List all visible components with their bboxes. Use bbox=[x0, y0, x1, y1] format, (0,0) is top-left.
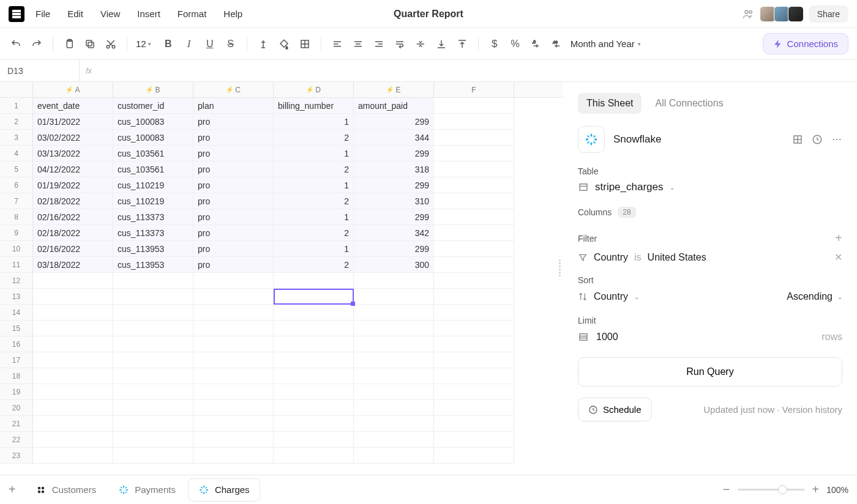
cell[interactable] bbox=[33, 448, 113, 464]
grid-view-icon[interactable] bbox=[792, 134, 803, 145]
cell[interactable] bbox=[434, 352, 514, 368]
menu-edit[interactable]: Edit bbox=[67, 9, 83, 19]
cell[interactable] bbox=[113, 273, 193, 289]
cell[interactable]: pro bbox=[193, 257, 274, 273]
cell[interactable] bbox=[274, 305, 354, 321]
italic-icon[interactable]: I bbox=[182, 37, 196, 51]
cell[interactable] bbox=[33, 336, 113, 352]
cell[interactable] bbox=[434, 193, 514, 209]
row-header[interactable]: 17 bbox=[0, 352, 33, 368]
cell[interactable] bbox=[434, 161, 514, 177]
cell[interactable]: 03/18/2022 bbox=[33, 257, 113, 273]
sheet-tab-charges[interactable]: Charges bbox=[188, 478, 260, 502]
cell[interactable]: 299 bbox=[354, 209, 434, 225]
cell[interactable] bbox=[434, 130, 514, 146]
cell[interactable]: cus_100083 bbox=[113, 130, 193, 146]
column-header-A[interactable]: ⚡A bbox=[33, 82, 113, 97]
cell[interactable] bbox=[33, 368, 113, 384]
cell[interactable]: pro bbox=[193, 114, 274, 130]
cell[interactable]: 2 bbox=[274, 225, 354, 241]
cell[interactable]: pro bbox=[193, 209, 274, 225]
fill-color-icon[interactable] bbox=[277, 37, 291, 51]
cell[interactable] bbox=[113, 416, 193, 432]
cell[interactable] bbox=[274, 448, 354, 464]
valign-middle-icon[interactable] bbox=[413, 37, 428, 51]
limit-value[interactable]: 1000 bbox=[596, 332, 618, 343]
cell[interactable]: 02/18/2022 bbox=[33, 193, 113, 209]
cell[interactable] bbox=[274, 400, 354, 416]
cell[interactable] bbox=[113, 384, 193, 400]
cell[interactable] bbox=[274, 368, 354, 384]
cell[interactable] bbox=[193, 305, 274, 321]
cell[interactable] bbox=[434, 209, 514, 225]
cell[interactable]: customer_id bbox=[113, 98, 193, 114]
cell[interactable] bbox=[354, 273, 434, 289]
cell[interactable] bbox=[434, 146, 514, 161]
cell[interactable]: 1 bbox=[274, 209, 354, 225]
date-format-selector[interactable]: Month and Year▾ bbox=[571, 39, 641, 49]
cell[interactable] bbox=[193, 352, 274, 368]
cut-icon[interactable] bbox=[103, 37, 118, 51]
column-header-D[interactable]: ⚡D bbox=[274, 82, 354, 97]
cell[interactable] bbox=[193, 448, 274, 464]
font-size-selector[interactable]: 12▾ bbox=[136, 39, 151, 49]
row-header[interactable]: 10 bbox=[0, 241, 33, 257]
copy-icon[interactable] bbox=[83, 37, 97, 51]
cell[interactable] bbox=[354, 321, 434, 336]
cell[interactable]: 310 bbox=[354, 193, 434, 209]
row-header[interactable]: 2 bbox=[0, 114, 33, 130]
cell[interactable]: 299 bbox=[354, 146, 434, 161]
filter-row[interactable]: Country is United States ✕ bbox=[578, 251, 842, 263]
cell[interactable] bbox=[434, 225, 514, 241]
cell[interactable] bbox=[434, 432, 514, 448]
menu-view[interactable]: View bbox=[100, 9, 120, 19]
add-filter-icon[interactable]: + bbox=[835, 231, 842, 245]
cell[interactable]: 02/16/2022 bbox=[33, 209, 113, 225]
cell[interactable] bbox=[354, 352, 434, 368]
cell[interactable] bbox=[113, 305, 193, 321]
cell[interactable] bbox=[193, 384, 274, 400]
cell[interactable]: cus_110219 bbox=[113, 193, 193, 209]
row-header[interactable]: 14 bbox=[0, 305, 33, 321]
row-header[interactable]: 9 bbox=[0, 225, 33, 241]
cell[interactable] bbox=[354, 384, 434, 400]
strikethrough-icon[interactable]: S bbox=[223, 37, 238, 51]
cell[interactable]: 04/12/2022 bbox=[33, 161, 113, 177]
row-header[interactable]: 8 bbox=[0, 209, 33, 225]
cell[interactable]: cus_103561 bbox=[113, 161, 193, 177]
connections-button[interactable]: Connections bbox=[763, 33, 848, 54]
row-header[interactable]: 4 bbox=[0, 146, 33, 161]
cell[interactable]: 1 bbox=[274, 146, 354, 161]
cell[interactable] bbox=[193, 400, 274, 416]
row-header[interactable]: 18 bbox=[0, 368, 33, 384]
cell[interactable] bbox=[354, 432, 434, 448]
cell[interactable] bbox=[354, 400, 434, 416]
cell[interactable] bbox=[113, 368, 193, 384]
cell[interactable]: 299 bbox=[354, 177, 434, 193]
cell[interactable]: pro bbox=[193, 241, 274, 257]
cell[interactable] bbox=[113, 336, 193, 352]
cell[interactable]: 03/13/2022 bbox=[33, 146, 113, 161]
cell[interactable]: pro bbox=[193, 161, 274, 177]
clipboard-icon[interactable] bbox=[62, 37, 77, 51]
row-header[interactable]: 7 bbox=[0, 193, 33, 209]
row-header[interactable]: 19 bbox=[0, 384, 33, 400]
menu-help[interactable]: Help bbox=[223, 9, 242, 19]
row-header[interactable]: 1 bbox=[0, 98, 33, 114]
cell[interactable] bbox=[274, 321, 354, 336]
row-header[interactable]: 13 bbox=[0, 289, 33, 305]
cell[interactable] bbox=[274, 416, 354, 432]
app-logo[interactable] bbox=[9, 6, 24, 22]
cell[interactable] bbox=[193, 273, 274, 289]
menu-file[interactable]: File bbox=[36, 9, 50, 19]
cell[interactable]: cus_103561 bbox=[113, 146, 193, 161]
cell[interactable] bbox=[193, 368, 274, 384]
cell[interactable] bbox=[193, 321, 274, 336]
borders-icon[interactable] bbox=[298, 37, 312, 51]
cell[interactable] bbox=[434, 241, 514, 257]
cell[interactable]: pro bbox=[193, 193, 274, 209]
cell[interactable] bbox=[434, 98, 514, 114]
wrap-text-icon[interactable] bbox=[392, 37, 407, 51]
row-header[interactable]: 23 bbox=[0, 448, 33, 464]
formula-bar[interactable]: fx bbox=[80, 66, 98, 75]
